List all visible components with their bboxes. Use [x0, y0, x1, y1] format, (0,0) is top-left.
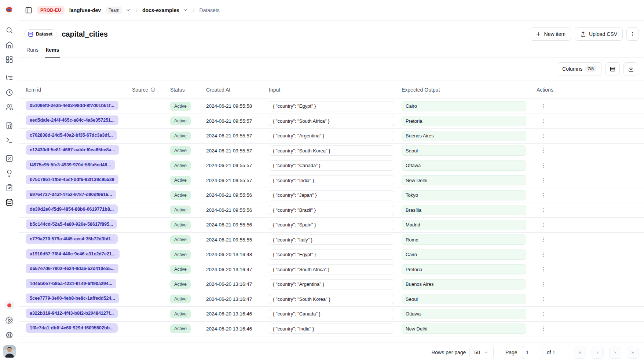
input-cell[interactable]: { "country": "Canada" }	[269, 309, 394, 319]
breadcrumb-section[interactable]: Datasets	[200, 7, 220, 13]
item-id-link[interactable]: f4975c95-5fc3-4939-970d-58fa5cd48...	[26, 160, 115, 170]
input-cell[interactable]: { "country": "Egypt" }	[269, 250, 394, 260]
row-actions-kebab-icon[interactable]	[539, 102, 548, 111]
dashboards-icon[interactable]	[5, 55, 14, 64]
playground-icon[interactable]	[5, 136, 14, 144]
item-id-link[interactable]: a1910d57-7f84-440c-9e46-a31c2d7e21...	[26, 249, 120, 259]
row-actions-kebab-icon[interactable]	[539, 117, 548, 125]
item-id-link[interactable]: de30d2e0-f5d9-4854-88b6-0619771b8...	[26, 204, 118, 214]
export-download-button[interactable]	[623, 62, 638, 75]
row-actions-kebab-icon[interactable]	[539, 250, 548, 259]
expected-output-cell[interactable]: Seoul	[402, 145, 526, 156]
settings-gear-icon[interactable]	[5, 316, 14, 325]
row-actions-kebab-icon[interactable]	[539, 161, 548, 170]
column-header-input[interactable]: Input	[267, 87, 399, 93]
row-actions-kebab-icon[interactable]	[539, 146, 548, 155]
users-icon[interactable]	[5, 103, 14, 111]
last-page-button[interactable]: »	[627, 347, 639, 359]
expected-output-cell[interactable]: Cairo	[402, 250, 526, 260]
expected-output-cell[interactable]: Cairo	[402, 101, 526, 111]
org-name[interactable]: langfuse-dev	[69, 7, 101, 13]
prompts-icon[interactable]	[5, 121, 14, 130]
first-page-button[interactable]: «	[574, 347, 586, 359]
row-actions-kebab-icon[interactable]	[539, 206, 548, 214]
expected-output-cell[interactable]: Ottawa	[402, 309, 526, 319]
evaluation-icon[interactable]	[5, 154, 14, 163]
row-actions-kebab-icon[interactable]	[539, 176, 548, 185]
input-cell[interactable]: { "country": "South Africa" }	[269, 264, 394, 274]
expected-output-cell[interactable]: Ottawa	[402, 160, 526, 171]
row-height-button[interactable]	[605, 62, 620, 75]
expected-output-cell[interactable]: Pretoria	[402, 116, 526, 126]
column-header-status[interactable]: Status	[168, 87, 204, 93]
expected-output-cell[interactable]: Seoul	[402, 294, 526, 304]
input-cell[interactable]: { "country": "Canada" }	[269, 160, 394, 171]
item-id-link[interactable]: c702838d-24d5-40a2-bf35-67dc3a3df...	[26, 130, 117, 140]
expected-output-cell[interactable]: New Delhi	[402, 175, 526, 185]
expected-output-cell[interactable]: Madrid	[402, 220, 526, 230]
input-cell[interactable]: { "country": "Italy" }	[269, 234, 394, 245]
column-header-item-id[interactable]: Item id	[23, 87, 130, 93]
item-id-link[interactable]: eed5dafe-244f-465c-a84c-4a6e357251...	[26, 115, 118, 125]
input-cell[interactable]: { "country": "South Korea" }	[269, 294, 394, 304]
row-actions-kebab-icon[interactable]	[539, 310, 548, 318]
tracing-icon[interactable]	[5, 73, 14, 82]
org-chevron-down-icon[interactable]	[125, 7, 131, 13]
datasets-icon[interactable]	[5, 198, 14, 207]
tab-items[interactable]: Items	[45, 43, 60, 58]
row-actions-kebab-icon[interactable]	[539, 324, 548, 333]
row-actions-kebab-icon[interactable]	[539, 191, 548, 200]
recording-indicator-icon[interactable]	[5, 300, 14, 310]
expected-output-cell[interactable]: Tokyo	[402, 190, 526, 200]
item-id-link[interactable]: a322b319-9412-4f43-b8f2-b20484127f...	[26, 309, 118, 318]
input-cell[interactable]: { "country": "South Africa" }	[269, 116, 394, 126]
new-item-button[interactable]: New item	[530, 27, 571, 41]
input-cell[interactable]: { "country": "South Korea" }	[269, 145, 394, 156]
row-actions-kebab-icon[interactable]	[539, 132, 548, 140]
row-actions-kebab-icon[interactable]	[539, 235, 548, 244]
expected-output-cell[interactable]: Pretoria	[402, 264, 526, 274]
input-cell[interactable]: { "country": "Brazil" }	[269, 205, 394, 215]
user-avatar[interactable]	[3, 345, 16, 358]
upload-csv-button[interactable]: Upload CSV	[575, 27, 623, 41]
next-page-button[interactable]: ›	[609, 347, 621, 359]
item-id-link[interactable]: 69764737-34af-4752-9787-d90df9616...	[26, 190, 116, 199]
columns-button[interactable]: Columns 7/8	[557, 62, 601, 75]
item-id-link[interactable]: 05109ef0-2e3b-4e03-98dd-8f7d01b61f...	[26, 101, 118, 110]
input-cell[interactable]: { "country": "Japan" }	[269, 190, 394, 200]
lightbulb-icon[interactable]	[5, 169, 14, 177]
previous-page-button[interactable]: ‹	[592, 347, 604, 359]
item-id-link[interactable]: b5c144cd-52a5-4a80-926e-58617f895...	[26, 219, 117, 229]
annotation-icon[interactable]	[5, 183, 14, 192]
input-cell[interactable]: { "country": "Argentina" }	[269, 131, 394, 141]
project-chevron-down-icon[interactable]	[183, 7, 188, 13]
expected-output-cell[interactable]: Rome	[402, 234, 526, 245]
sidebar-toggle-icon[interactable]	[25, 7, 32, 14]
item-id-link[interactable]: 1f0e7da1-dbff-4e60-929d-f6095602bb...	[26, 323, 118, 333]
page-number-input[interactable]	[522, 346, 542, 359]
expected-output-cell[interactable]: Buenos Aires	[402, 279, 526, 289]
item-id-link[interactable]: 5cee7779-3e00-4eb8-be8c-1affedd524...	[26, 293, 119, 303]
page-more-actions-button[interactable]	[626, 27, 639, 41]
item-id-link[interactable]: 1d45b0e7-b85a-4231-9149-6ff90a294...	[26, 279, 116, 288]
item-id-link[interactable]: e12430df-5e81-4687-aabb-f0ea65be8a...	[26, 145, 119, 155]
input-cell[interactable]: { "country": "Argentina" }	[269, 279, 394, 289]
row-actions-kebab-icon[interactable]	[539, 221, 548, 229]
item-id-link[interactable]: e779a270-579a-4f45-aec4-35b72d3bff...	[26, 234, 118, 244]
row-actions-kebab-icon[interactable]	[539, 265, 548, 274]
input-cell[interactable]: { "country": "India" }	[269, 175, 394, 185]
column-header-created-at[interactable]: Created At	[204, 87, 267, 93]
item-id-link[interactable]: d557e7d6-7802-4624-9da6-52d410ea5...	[26, 264, 118, 273]
column-header-expected-output[interactable]: Expected Output	[399, 87, 531, 93]
expected-output-cell[interactable]: Brasília	[402, 205, 526, 215]
tab-runs[interactable]: Runs	[26, 43, 39, 58]
column-header-source[interactable]: Source	[130, 87, 168, 93]
item-id-link[interactable]: b75c7861-1fbe-45cf-bdf6-83f139c95539	[26, 175, 118, 184]
row-actions-kebab-icon[interactable]	[539, 295, 548, 303]
home-icon[interactable]	[5, 40, 14, 49]
row-actions-kebab-icon[interactable]	[539, 280, 548, 289]
project-name[interactable]: docs-examples	[142, 7, 179, 13]
expected-output-cell[interactable]: Buenos Aires	[402, 131, 526, 141]
input-cell[interactable]: { "country": "Egypt" }	[269, 101, 394, 111]
search-icon[interactable]	[5, 26, 14, 34]
